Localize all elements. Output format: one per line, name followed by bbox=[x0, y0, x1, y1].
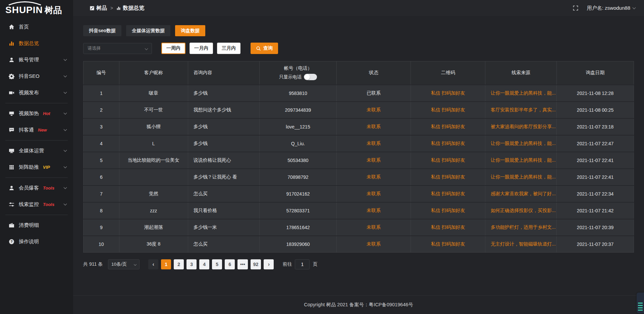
table-header-row: 编号 客户昵称 咨询内容 帐号（电话） 只显示电话 bbox=[84, 61, 634, 85]
page-more-button[interactable]: ••• bbox=[237, 259, 248, 269]
chevron-down-icon bbox=[64, 58, 67, 61]
row-id: 6 bbox=[84, 169, 119, 186]
row-qrcode-link[interactable]: 私信 扫码加好友 bbox=[411, 186, 485, 202]
copyright-text: Copyright 树品 2021 备案号：粤ICP备09019646号 bbox=[304, 302, 413, 308]
col-date: 询盘日期 bbox=[557, 61, 634, 85]
sidebar-item-label: 操作说明 bbox=[19, 239, 39, 245]
member-icon bbox=[9, 185, 14, 191]
row-qrcode-link[interactable]: 私信 扫码加好友 bbox=[411, 152, 485, 169]
row-account: 2097344839 bbox=[260, 102, 337, 118]
sidebar-nav: 首页 数据总览 账号管理 抖音SEO 视频发布 bbox=[0, 19, 73, 250]
row-id: 2 bbox=[84, 102, 119, 118]
goto-label: 前往 bbox=[282, 261, 292, 267]
page-button[interactable]: 92 bbox=[251, 259, 261, 269]
sidebar-item-douyin-seo[interactable]: 抖音SEO bbox=[0, 68, 73, 85]
table-row: 6多少钱？让我死心 看70898792未联系私信 扫码加好友让你一眼就爱上的黑科… bbox=[84, 169, 634, 186]
row-status-badge: 未联系 bbox=[336, 236, 411, 253]
row-source-link[interactable]: 客厅安装投影半年多了，真实... bbox=[485, 102, 556, 118]
row-date: 2021-11-08 12:28 bbox=[557, 85, 634, 102]
row-qrcode-link[interactable]: 私信 扫码加好友 bbox=[411, 219, 485, 236]
chevron-down-icon bbox=[64, 91, 67, 94]
sidebar-item-member-booster[interactable]: 会员爆客 Tools bbox=[0, 180, 73, 196]
row-qrcode-link[interactable]: 私信 扫码加好友 bbox=[411, 85, 485, 102]
table-row: 9潮起潮落多少钱一米178651642未联系私信 扫码加好友多功能护栏灯，适用于… bbox=[84, 219, 634, 236]
row-qrcode-link[interactable]: 私信 扫码加好友 bbox=[411, 202, 485, 219]
page-button[interactable]: 6 bbox=[225, 259, 235, 269]
row-source-link[interactable]: 多功能护栏灯，适用于乡村文... bbox=[485, 219, 556, 236]
sidebar-item-video-publish[interactable]: 视频发布 bbox=[0, 85, 73, 101]
grid-icon bbox=[9, 164, 14, 170]
sidebar-item-label: 账号管理 bbox=[19, 57, 39, 63]
tab-douyin-seo-data[interactable]: 抖音seo数据 bbox=[83, 25, 121, 36]
row-source-link[interactable]: 让你一眼就爱上的黑科技，能... bbox=[485, 152, 556, 169]
row-source-link[interactable]: 被大家追着问的客厅投影分享... bbox=[485, 118, 556, 135]
row-qrcode-link[interactable]: 私信 扫码加好友 bbox=[411, 236, 485, 253]
logo: SHUPIN树品 bbox=[0, 0, 73, 19]
goto-page: 前往 页 bbox=[282, 259, 317, 269]
row-qrcode-link[interactable]: 私信 扫码加好友 bbox=[411, 169, 485, 186]
next-page-button[interactable]: › bbox=[264, 259, 274, 269]
breadcrumb-root[interactable]: 树品 bbox=[90, 5, 107, 12]
row-content: 怎么买 bbox=[188, 186, 259, 202]
page-button[interactable]: 3 bbox=[186, 259, 197, 269]
user-menu[interactable]: 用户名: zswodun88 bbox=[587, 5, 635, 11]
page-button[interactable]: 2 bbox=[174, 259, 184, 269]
sidebar-item-video-heat[interactable]: 视频加热 Hot bbox=[0, 105, 73, 122]
fullscreen-icon[interactable] bbox=[573, 5, 578, 11]
row-date: 2021-11-07 20:37 bbox=[557, 236, 634, 253]
row-id: 5 bbox=[84, 152, 119, 169]
phone-only-toggle[interactable] bbox=[304, 74, 317, 80]
col-qrcode: 二维码 bbox=[411, 61, 485, 85]
row-source-link[interactable]: 感谢大家喜欢我家，被问了好... bbox=[485, 186, 556, 202]
sidebar-item-help[interactable]: ? 操作说明 bbox=[0, 233, 73, 250]
page-size-select[interactable]: 10条/页 bbox=[108, 259, 140, 269]
chevron-down-icon bbox=[134, 263, 137, 266]
filter-bar: 请选择 一周内 一月内 三月内 查询 bbox=[83, 43, 634, 54]
prev-page-button[interactable]: ‹ bbox=[148, 259, 158, 269]
sidebar-item-home[interactable]: 首页 bbox=[0, 19, 73, 35]
row-nickname bbox=[119, 169, 188, 186]
table-row: 3狐小狸多少钱love__1215未联系私信 扫码加好友被大家追着问的客厅投影分… bbox=[84, 118, 634, 135]
account-select[interactable]: 请选择 bbox=[83, 43, 152, 54]
chevron-down-icon bbox=[633, 6, 636, 9]
tab-inquiry-data[interactable]: 询盘数据 bbox=[175, 25, 205, 36]
breadcrumb-separator: > bbox=[110, 5, 113, 11]
row-account: 183929060 bbox=[260, 236, 337, 253]
sidebar-item-account-management[interactable]: 账号管理 bbox=[0, 52, 73, 68]
row-qrcode-link[interactable]: 私信 扫码加好友 bbox=[411, 118, 485, 135]
row-qrcode-link[interactable]: 私信 扫码加好友 bbox=[411, 135, 485, 152]
row-source-link[interactable]: 让你一眼就爱上的黑科技，能... bbox=[485, 169, 556, 186]
period-month-button[interactable]: 一月内 bbox=[190, 43, 213, 54]
sidebar-item-omni-media[interactable]: 全媒体运营 bbox=[0, 143, 73, 159]
content: 抖音seo数据 全媒体运营数据 询盘数据 请选择 一周内 一月内 三月内 查询 bbox=[73, 16, 644, 295]
sidebar-item-matrix-boost[interactable]: 矩阵助推 VIP bbox=[0, 159, 73, 175]
row-date: 2021-11-07 21:42 bbox=[557, 202, 634, 219]
row-account: 572803371 bbox=[260, 202, 337, 219]
goto-page-input[interactable] bbox=[295, 259, 310, 269]
query-button[interactable]: 查询 bbox=[251, 43, 278, 54]
page-square-icon bbox=[90, 6, 94, 10]
chat-widget-stripes bbox=[638, 303, 643, 311]
sidebar-item-doketong[interactable]: 抖客通 New bbox=[0, 122, 73, 138]
chevron-down-icon bbox=[64, 111, 67, 115]
sidebar-item-data-overview[interactable]: 数据总览 bbox=[0, 35, 73, 52]
row-source-link[interactable]: 让你一眼就爱上的黑科技，能... bbox=[485, 85, 556, 102]
row-source-link[interactable]: 让你一眼就爱上的黑科技，能... bbox=[485, 135, 556, 152]
page-button[interactable]: 4 bbox=[199, 259, 209, 269]
chat-widget[interactable] bbox=[637, 293, 644, 313]
row-qrcode-link[interactable]: 私信 扫码加好友 bbox=[411, 102, 485, 118]
row-account: love__1215 bbox=[260, 118, 337, 135]
sidebar-item-lead-monitor[interactable]: 线索监控 Tools bbox=[0, 196, 73, 213]
row-source-link[interactable]: 如何正确选择投影仪，买投影... bbox=[485, 202, 556, 219]
period-quarter-button[interactable]: 三月内 bbox=[217, 43, 240, 54]
period-week-button[interactable]: 一周内 bbox=[161, 43, 185, 54]
breadcrumb-current[interactable]: 数据总览 bbox=[116, 5, 144, 12]
tab-omni-media-data[interactable]: 全媒体运营数据 bbox=[126, 25, 170, 36]
chevron-down-icon bbox=[64, 149, 67, 152]
sidebar-item-spending-detail[interactable]: 消费明细 bbox=[0, 217, 73, 233]
row-id: 4 bbox=[84, 135, 119, 152]
page-button[interactable]: 1 bbox=[161, 259, 171, 269]
row-source-link[interactable]: 无主灯设计，智能磁吸轨道灯... bbox=[485, 236, 556, 253]
tools-badge: Tools bbox=[43, 202, 54, 207]
page-button[interactable]: 5 bbox=[212, 259, 222, 269]
